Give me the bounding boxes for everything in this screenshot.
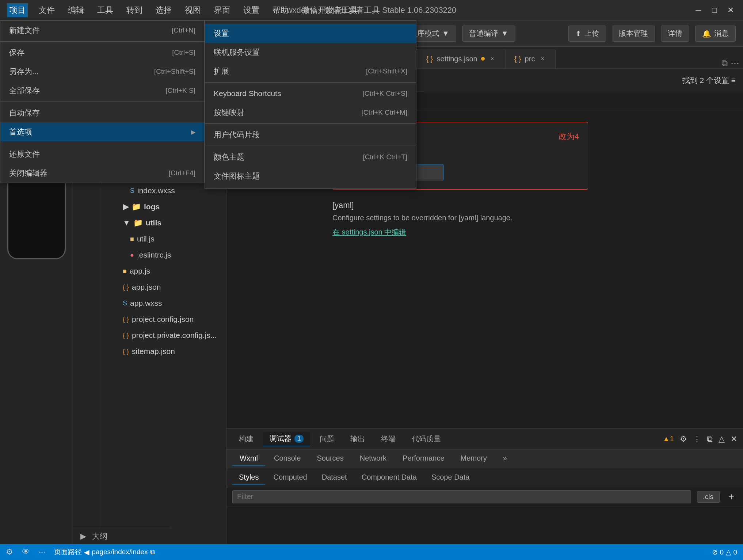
item-label: 文件图标主题 xyxy=(214,171,260,181)
menu-save[interactable]: 保存 [Ctrl+S] xyxy=(0,43,204,62)
submenu-divider xyxy=(205,82,416,83)
menu-save-all[interactable]: 全部保存 [Ctrl+K S] xyxy=(0,81,204,100)
item-label: 颜色主题 xyxy=(214,152,244,162)
item-shortcut: [Ctrl+K Ctrl+M] xyxy=(361,108,407,117)
item-label: 设置 xyxy=(214,28,229,38)
item-shortcut: [Ctrl+Shift+X] xyxy=(366,67,407,75)
item-shortcut: [Ctrl+F4] xyxy=(169,169,195,177)
item-shortcut: [Ctrl+S] xyxy=(172,49,195,57)
submenu-settings[interactable]: 设置 xyxy=(205,24,416,43)
submenu-file-icon-theme[interactable]: 文件图标主题 xyxy=(205,167,416,186)
item-shortcut: [Ctrl+Shift+S] xyxy=(154,68,195,76)
item-label: 另存为... xyxy=(9,66,39,77)
menu-divider xyxy=(0,143,204,143)
item-label: 首选项 xyxy=(9,127,32,137)
item-label: Keyboard Shortcuts xyxy=(214,89,281,98)
item-label: 还原文件 xyxy=(9,149,40,159)
submenu-extensions[interactable]: 扩展 [Ctrl+Shift+X] xyxy=(205,62,416,81)
item-shortcut: [Ctrl+K Ctrl+T] xyxy=(363,153,407,161)
item-label: 全部保存 xyxy=(9,85,40,96)
item-label: 关闭编辑器 xyxy=(9,168,47,178)
submenu-color-theme[interactable]: 颜色主题 [Ctrl+K Ctrl+T] xyxy=(205,148,416,167)
menu-overlay[interactable]: 新建文件 [Ctrl+N] 保存 [Ctrl+S] 另存为... [Ctrl+S… xyxy=(0,0,743,560)
submenu-online-services[interactable]: 联机服务设置 xyxy=(205,43,416,62)
menu-new-file[interactable]: 新建文件 [Ctrl+N] xyxy=(0,21,204,40)
menu-autosave[interactable]: 自动保存 xyxy=(0,103,204,122)
item-label: 联机服务设置 xyxy=(214,47,260,57)
menu-close-editor[interactable]: 关闭编辑器 [Ctrl+F4] xyxy=(0,164,204,183)
item-label: 按键映射 xyxy=(214,107,244,118)
submenu-keyboard-shortcuts[interactable]: Keyboard Shortcuts [Ctrl+K Ctrl+S] xyxy=(205,84,416,103)
submenu-keymapping[interactable]: 按键映射 [Ctrl+K Ctrl+M] xyxy=(205,103,416,122)
menu-preferences[interactable]: 首选项 xyxy=(0,122,204,141)
item-shortcut: [Ctrl+N] xyxy=(172,26,195,34)
item-label: 自动保存 xyxy=(9,108,40,118)
submenu-user-snippets[interactable]: 用户代码片段 xyxy=(205,125,416,144)
preferences-submenu: 设置 联机服务设置 扩展 [Ctrl+Shift+X] Keyboard Sho… xyxy=(205,20,416,189)
file-menu-dropdown: 新建文件 [Ctrl+N] 保存 [Ctrl+S] 另存为... [Ctrl+S… xyxy=(0,20,205,183)
submenu-divider xyxy=(205,123,416,124)
menu-save-as[interactable]: 另存为... [Ctrl+Shift+S] xyxy=(0,62,204,81)
item-label: 扩展 xyxy=(214,66,229,76)
menu-divider xyxy=(0,102,204,102)
item-label: 新建文件 xyxy=(9,25,40,35)
item-label: 用户代码片段 xyxy=(214,130,260,140)
menu-revert-file[interactable]: 还原文件 xyxy=(0,145,204,164)
item-shortcut: [Ctrl+K Ctrl+S] xyxy=(363,89,407,98)
submenu-divider xyxy=(205,146,416,146)
item-shortcut: [Ctrl+K S] xyxy=(165,87,195,95)
item-label: 保存 xyxy=(9,47,24,58)
menu-divider xyxy=(0,41,204,42)
